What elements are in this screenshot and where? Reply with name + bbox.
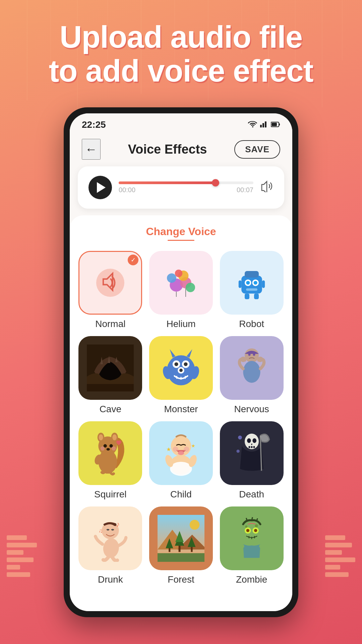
svg-point-76 <box>247 438 251 443</box>
effect-label-zombie: Zombie <box>236 574 267 585</box>
volume-button[interactable] <box>260 180 274 195</box>
svg-point-84 <box>102 537 120 559</box>
svg-point-47 <box>248 354 250 356</box>
effect-label-child: Child <box>170 489 192 500</box>
back-button[interactable]: ← <box>82 139 101 160</box>
svg-point-61 <box>112 446 116 451</box>
effect-icon-death <box>220 421 284 485</box>
svg-point-114 <box>245 526 247 528</box>
svg-point-115 <box>255 524 258 527</box>
svg-marker-34 <box>187 349 192 358</box>
svg-rect-2 <box>265 121 266 127</box>
svg-rect-101 <box>158 553 204 562</box>
effect-item-death[interactable]: Death <box>219 421 284 500</box>
play-icon <box>97 182 106 193</box>
svg-rect-22 <box>238 280 241 288</box>
svg-text:♪: ♪ <box>116 520 120 528</box>
svg-point-57 <box>113 434 117 440</box>
effect-label-forest: Forest <box>168 574 194 585</box>
svg-rect-16 <box>245 271 259 278</box>
battery-icon <box>271 120 280 129</box>
svg-point-49 <box>243 361 260 383</box>
audio-player: 00:00 00:07 <box>78 166 284 209</box>
effect-label-squirrel: Squirrel <box>94 489 126 500</box>
svg-rect-5 <box>279 123 280 125</box>
svg-rect-1 <box>262 123 264 127</box>
svg-point-82 <box>238 436 242 440</box>
svg-point-46 <box>245 348 259 363</box>
play-button[interactable] <box>88 176 112 199</box>
effect-label-death: Death <box>239 489 264 500</box>
svg-text:★: ★ <box>166 446 171 452</box>
svg-text:★: ★ <box>191 443 195 448</box>
svg-rect-25 <box>254 293 259 299</box>
effect-label-monster: Monster <box>164 404 198 415</box>
effect-item-squirrel[interactable]: Squirrel <box>78 421 143 500</box>
effect-item-zombie[interactable]: Zombie <box>219 506 284 585</box>
effect-item-child[interactable]: ★ ★ Child <box>148 421 214 500</box>
effect-label-cave: Cave <box>100 404 121 415</box>
svg-rect-80 <box>253 446 255 448</box>
progress-fill <box>119 181 216 184</box>
svg-rect-78 <box>248 446 250 448</box>
progress-container: 00:00 00:07 <box>119 181 253 194</box>
svg-point-65 <box>170 462 192 476</box>
time-labels: 00:00 00:07 <box>119 186 253 194</box>
effect-icon-helium <box>149 251 213 315</box>
effects-grid: ✓ Normal <box>78 251 284 585</box>
svg-text:♫: ♫ <box>99 528 103 534</box>
svg-rect-79 <box>251 446 252 448</box>
selected-checkmark: ✓ <box>128 255 138 265</box>
effect-item-helium[interactable]: Helium <box>148 251 214 329</box>
effect-icon-drunk: ♪ ♫ <box>78 506 142 570</box>
svg-point-12 <box>175 270 182 277</box>
effect-item-normal[interactable]: ✓ Normal <box>78 251 143 329</box>
svg-point-87 <box>112 529 114 531</box>
svg-point-38 <box>184 362 187 366</box>
effect-item-monster[interactable]: Monster <box>148 336 214 415</box>
svg-rect-15 <box>241 276 262 293</box>
effect-icon-forest <box>149 506 213 570</box>
effect-icon-robot <box>220 251 284 315</box>
svg-point-110 <box>254 529 257 532</box>
svg-point-77 <box>252 438 256 443</box>
svg-rect-31 <box>87 384 134 391</box>
effect-item-forest[interactable]: Forest <box>148 506 214 585</box>
svg-rect-24 <box>245 293 249 299</box>
svg-point-86 <box>107 529 109 531</box>
svg-point-68 <box>173 446 178 452</box>
effect-icon-squirrel <box>78 421 142 485</box>
phone-container: 22:25 ← Voice Effects SAVE <box>64 107 298 617</box>
effect-icon-zombie <box>220 506 284 570</box>
phone-screen: 22:25 ← Voice Effects SAVE <box>70 113 292 611</box>
progress-bar[interactable] <box>119 181 253 184</box>
effect-icon-child: ★ ★ <box>149 421 213 485</box>
svg-point-48 <box>253 354 255 356</box>
effect-item-nervous[interactable]: Nervous <box>219 336 284 415</box>
svg-point-56 <box>99 434 103 440</box>
svg-point-11 <box>186 283 195 292</box>
effect-icon-nervous <box>220 336 284 400</box>
svg-point-20 <box>253 281 257 284</box>
current-time: 00:00 <box>119 186 135 194</box>
eq-bars-right <box>325 535 355 577</box>
effect-label-drunk: Drunk <box>98 574 123 585</box>
svg-point-50 <box>240 357 246 362</box>
svg-point-40 <box>179 369 183 372</box>
effect-label-nervous: Nervous <box>234 404 269 415</box>
effect-item-cave[interactable]: Cave <box>78 336 143 415</box>
section-underline <box>168 240 194 241</box>
effect-label-normal: Normal <box>95 319 125 329</box>
effect-icon-cave <box>78 336 142 400</box>
svg-point-37 <box>174 362 178 366</box>
effect-icon-normal: ✓ <box>78 251 142 315</box>
svg-marker-33 <box>170 349 175 358</box>
effect-item-drunk[interactable]: ♪ ♫ Drunk <box>78 506 143 585</box>
header-text: Upload audio file to add voice effect <box>0 20 362 88</box>
save-button[interactable]: SAVE <box>234 140 280 159</box>
svg-line-104 <box>246 518 247 521</box>
effect-item-robot[interactable]: Robot <box>219 251 284 329</box>
svg-point-6 <box>96 269 124 297</box>
eq-bars-left <box>7 535 37 577</box>
main-content: Change Voice ✓ Normal <box>70 215 292 611</box>
